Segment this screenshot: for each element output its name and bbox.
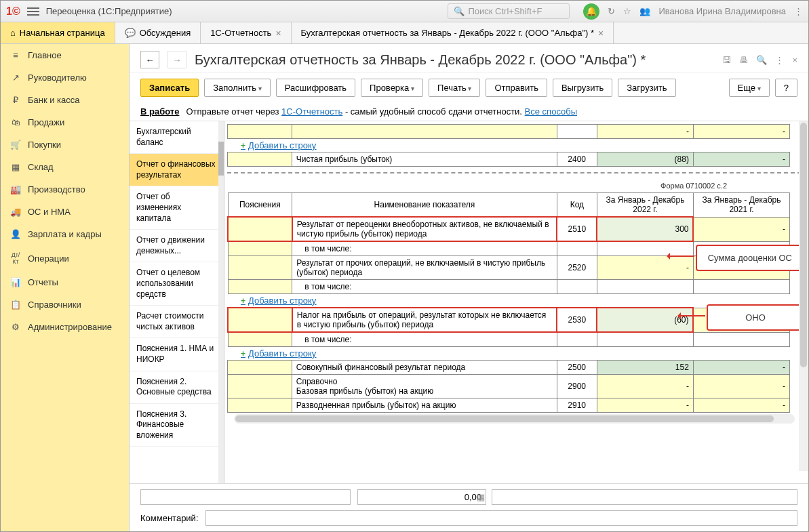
table-row[interactable]: Справочно Базовая прибыль (убыток) на ак… — [228, 375, 790, 398]
nav-sales[interactable]: 🛍Продажи — [1, 111, 129, 134]
comment-input[interactable] — [205, 510, 798, 526]
footer-input-1[interactable] — [140, 489, 351, 505]
export-button[interactable]: Выгрузить — [553, 79, 612, 97]
title-bar: 1© Переоценка (1С:Предприятие) 🔍 Поиск C… — [1, 1, 808, 22]
overflow-icon[interactable]: ⋮ — [794, 6, 803, 16]
nav-main[interactable]: ≡Главное — [1, 44, 129, 66]
factory-icon: 🏭 — [10, 184, 21, 195]
table-header: Пояснения Наименование показателя Код За… — [228, 193, 790, 218]
section-notes3[interactable]: Пояснения 3. Финансовые вложения — [130, 404, 224, 447]
scrollbar[interactable] — [218, 121, 224, 483]
section-notes1[interactable]: Пояснения 1. НМА и НИОКР — [130, 338, 224, 371]
app-title: Переоценка (1С:Предприятие) — [46, 6, 172, 16]
tab-home[interactable]: ⌂ Начальная страница — [1, 22, 115, 43]
link-1c-report[interactable]: 1С-Отчетность — [281, 106, 342, 117]
section-notes2[interactable]: Пояснения 2. Основные средства — [130, 371, 224, 404]
save-button[interactable]: Записать — [140, 79, 199, 97]
home-icon: ⌂ — [10, 28, 16, 38]
callout-revaluation: Сумма дооценки ОС — [696, 245, 804, 271]
section-net-assets[interactable]: Расчет стоимости чистых активов — [130, 306, 224, 338]
section-fin-results[interactable]: Отчет о финансовых результатах — [130, 154, 224, 186]
grid-icon: ▦ — [10, 162, 21, 172]
nav-admin[interactable]: ⚙Администрирование — [1, 316, 129, 338]
report-table-top: -- — [227, 124, 790, 139]
section-cashflow[interactable]: Отчет о движении денежных... — [130, 230, 224, 262]
table-row[interactable]: Совокупный финансовый результат периода … — [228, 361, 790, 375]
search-icon: 🔍 — [454, 6, 465, 16]
check-button[interactable]: Проверка — [361, 79, 423, 97]
decode-button[interactable]: Расшифровать — [276, 79, 355, 97]
toolbar: Записать Заполнить Расшифровать Проверка… — [130, 73, 808, 102]
help-button[interactable]: ? — [775, 79, 797, 97]
nav-catalogs[interactable]: 📋Справочники — [1, 293, 129, 316]
nav-operations[interactable]: Дт/КтОперации — [1, 245, 129, 271]
nav-bank[interactable]: ₽Банк и касса — [1, 89, 129, 111]
chat-icon: 💬 — [125, 28, 136, 38]
nav-purchases[interactable]: 🛒Покупки — [1, 134, 129, 156]
search-page-icon[interactable]: 🔍 — [756, 55, 767, 65]
user-icon[interactable]: 👥 — [639, 6, 650, 16]
nav-production[interactable]: 🏭Производство — [1, 178, 129, 201]
star-icon[interactable]: ☆ — [623, 6, 631, 16]
close-icon[interactable]: × — [598, 28, 604, 39]
fill-button[interactable]: Заполнить — [204, 79, 271, 97]
nav-salary[interactable]: 👤Зарплата и кадры — [1, 223, 129, 245]
table-row[interactable]: -- — [228, 125, 790, 139]
back-button[interactable]: ← — [140, 51, 159, 68]
nav-assets[interactable]: 🚚ОС и НМА — [1, 201, 129, 223]
section-capital[interactable]: Отчет об изменениях капитала — [130, 186, 224, 230]
footer: ▦ Комментарий: — [130, 483, 808, 531]
table-row[interactable]: Разводненная прибыль (убыток) на акцию 2… — [228, 398, 790, 413]
dtkt-icon: Дт/Кт — [10, 251, 21, 265]
save-icon[interactable]: 🖫 — [722, 55, 731, 65]
form-number: Форма 0710002 с.2 — [227, 179, 802, 192]
vertical-scrollbar[interactable] — [799, 121, 808, 471]
kebab-icon[interactable]: ⋮ — [775, 55, 784, 65]
table-row[interactable]: в том числе: — [228, 332, 790, 347]
tab-accounting-report[interactable]: Бухгалтерская отчетность за Январь - Дек… — [292, 22, 614, 43]
more-button[interactable]: Еще — [729, 79, 770, 97]
history-icon[interactable]: ↻ — [608, 6, 615, 16]
ruble-icon: ₽ — [10, 95, 21, 105]
global-search[interactable]: 🔍 Поиск Ctrl+Shift+F — [448, 3, 570, 19]
report-table-main: Пояснения Наименование показателя Код За… — [227, 192, 790, 294]
forward-button[interactable]: → — [167, 51, 186, 68]
table-row[interactable]: Чистая прибыль (убыток) 2400 (88) - — [228, 152, 790, 167]
tabs-bar: ⌂ Начальная страница 💬 Обсуждения 1С-Отч… — [1, 22, 808, 44]
nav-manager[interactable]: ↗Руководителю — [1, 66, 129, 89]
close-icon[interactable]: × — [275, 28, 281, 39]
send-button[interactable]: Отправить — [486, 79, 547, 97]
status-badge[interactable]: В работе — [140, 106, 179, 117]
section-balance[interactable]: Бухгалтерский баланс — [130, 121, 224, 154]
table-row[interactable]: Налог на прибыль от операций, результат … — [228, 308, 790, 332]
table-row[interactable]: Результат от переоценки внеоборотных акт… — [228, 217, 790, 241]
add-row-link[interactable]: Добавить строку — [227, 347, 802, 360]
nav-reports[interactable]: 📊Отчеты — [1, 271, 129, 293]
chart-icon: 📊 — [10, 277, 21, 287]
close-page-icon[interactable]: × — [792, 55, 797, 65]
truck-icon: 🚚 — [10, 207, 21, 217]
list-icon: ≡ — [10, 50, 21, 60]
logo-1c: 1© — [6, 5, 20, 18]
nav-warehouse[interactable]: ▦Склад — [1, 156, 129, 178]
print-button[interactable]: Печать — [429, 79, 480, 97]
horizontal-scrollbar[interactable] — [234, 414, 795, 424]
report-table-tax: Налог на прибыль от операций, результат … — [227, 307, 790, 347]
import-button[interactable]: Загрузить — [618, 79, 675, 97]
report-table-total: Совокупный финансовый результат периода … — [227, 360, 790, 413]
footer-input-2[interactable] — [492, 489, 797, 505]
link-all-ways[interactable]: Все способы — [525, 106, 577, 117]
footer-num-input[interactable] — [357, 489, 486, 505]
tab-1c-report[interactable]: 1С-Отчетность × — [201, 22, 291, 43]
person-icon: 👤 — [10, 229, 21, 239]
menu-icon[interactable] — [27, 7, 39, 16]
add-row-link[interactable]: Добавить строку — [227, 139, 802, 152]
bag-icon: 🛍 — [10, 117, 21, 127]
tab-discussions[interactable]: 💬 Обсуждения — [115, 22, 201, 43]
section-target[interactable]: Отчет о целевом использовании средств — [130, 262, 224, 306]
user-name[interactable]: Иванова Ирина Владимировна — [658, 6, 786, 16]
print-icon[interactable]: 🖶 — [739, 55, 748, 65]
bell-icon[interactable]: 🔔 — [583, 3, 599, 20]
table-row[interactable]: в том числе: — [228, 280, 790, 294]
calc-icon[interactable]: ▦ — [477, 492, 485, 502]
